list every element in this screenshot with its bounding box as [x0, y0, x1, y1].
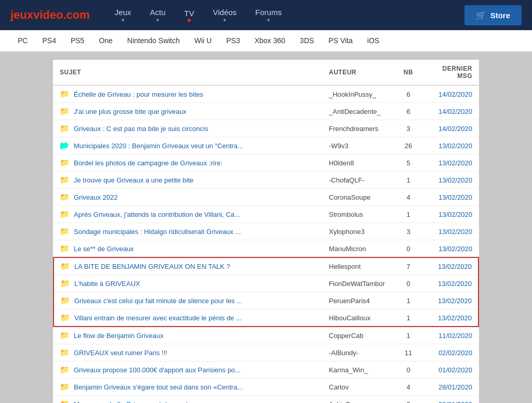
nav-item-tv[interactable]: TV: [175, 0, 204, 30]
subject-link[interactable]: J'ai une plus grosse bite que griveaux: [74, 108, 187, 115]
folder-yellow-icon: 📁: [60, 262, 70, 271]
nav-item-vidéos[interactable]: Vidéos▼: [204, 0, 246, 30]
date-cell: 11/02/2020: [421, 327, 478, 344]
folder-yellow-icon: 📁: [60, 244, 70, 253]
date-cell: 13/02/2020: [421, 275, 478, 292]
table-row: 📁Benjamin Griveaux s'égare tout seul dan…: [54, 379, 478, 396]
author-cell: -ChofaQLF-: [323, 172, 395, 189]
folder-yellow-icon: 📁: [60, 399, 70, 403]
platform-item-ios[interactable]: iOS: [360, 30, 387, 52]
subject-link[interactable]: L'habite à GRIVEAUX: [74, 280, 140, 288]
table-row: 📁Villani entrain de mesurer avec exactit…: [54, 309, 478, 327]
logo-text-accent: com: [66, 8, 90, 21]
date-cell: 13/02/2020: [421, 223, 478, 240]
forum-table-body: 📁Échelle de Griveau : pour mesurer les b…: [54, 85, 478, 403]
table-row: 📁GRIVEAUX veut ruiner Paris !!!-AlBundy-…: [54, 344, 478, 361]
subject-link[interactable]: Après Griveaux, j'attends la contributio…: [74, 211, 240, 218]
author-column-header: AUTEUR: [323, 60, 395, 85]
subject-column-header: SUJET: [54, 60, 323, 85]
platform-item-ps5[interactable]: PS5: [63, 30, 91, 52]
subject-cell: 📁Sondage municipales : Hidalgo ridiculis…: [54, 223, 323, 240]
platform-item-pc[interactable]: PC: [10, 30, 35, 52]
platform-item-ps-vita[interactable]: PS Vita: [321, 30, 360, 52]
subject-link[interactable]: Le se** de Griveaux: [74, 245, 134, 253]
platform-item-nintendo-switch[interactable]: Nintendo Switch: [120, 30, 187, 52]
nav-item-jeux[interactable]: Jeux▼: [105, 0, 141, 30]
author-cell: CoronaSoupe: [323, 189, 395, 206]
date-cell: 14/02/2020: [421, 85, 478, 103]
table-row: 📁Après Griveaux, j'attends la contributi…: [54, 206, 478, 223]
subject-link[interactable]: LA BITE DE BENJAMIN GRIVEAUX ON EN TALK …: [74, 263, 230, 270]
date-cell: 26/01/2020: [421, 396, 478, 404]
forum-table: SUJET AUTEUR NB DERNIER MSG 📁Échelle de …: [53, 60, 479, 403]
table-row: 📁Le flow de Benjamin GriveauxCopperCab11…: [54, 327, 478, 344]
platform-item-one[interactable]: One: [91, 30, 119, 52]
date-cell: 14/02/2020: [421, 103, 478, 120]
folder-yellow-icon: 📁: [60, 348, 70, 357]
subject-link[interactable]: Griveaux : C est pas ma bite je suis cir…: [74, 125, 208, 133]
folder-yellow-icon: 📁: [60, 89, 70, 99]
subject-link[interactable]: Le flow de Benjamin Griveaux: [74, 332, 164, 340]
folder-yellow-icon: 📁: [60, 192, 70, 202]
subject-link[interactable]: Municipales 2020 : Benjamin Griveaux veu…: [74, 142, 243, 150]
folder-red-icon: 📂: [60, 141, 70, 150]
subject-cell: 📁L'habite à GRIVEAUX: [54, 275, 323, 292]
subject-cell: 📁Griveaux 2022: [54, 189, 323, 206]
subject-cell: 📁Griveaux : C est pas ma bite je suis ci…: [54, 120, 323, 137]
nb-cell: 0: [395, 361, 421, 379]
subject-link[interactable]: Sondage municipales : Hidalgo ridiculise…: [74, 228, 241, 236]
platform-item-ps3[interactable]: PS3: [219, 30, 247, 52]
date-cell: 13/02/2020: [421, 206, 478, 223]
subject-cell: 📁Villani entrain de mesurer avec exactit…: [54, 309, 323, 327]
nav-item-actu[interactable]: Actu▼: [141, 0, 175, 30]
subject-link[interactable]: Griveaux 2022: [74, 193, 118, 201]
content-area: SUJET AUTEUR NB DERNIER MSG 📁Échelle de …: [0, 52, 532, 403]
subject-link[interactable]: Macron remballe Griveaux sèchement: [74, 400, 188, 404]
nb-cell: 7: [395, 257, 421, 275]
nb-cell: 1: [395, 206, 421, 223]
nav-arrow-icon: ▼: [121, 18, 125, 23]
date-cell: 13/02/2020: [421, 137, 478, 154]
table-row: 📁Griveaux : C est pas ma bite je suis ci…: [54, 120, 478, 137]
platform-item-ps4[interactable]: PS4: [35, 30, 63, 52]
site-logo[interactable]: jeuxvideo.com: [10, 8, 90, 22]
subject-link[interactable]: Benjamin Griveaux s'égare tout seul dans…: [74, 383, 243, 391]
platform-item-xbox-360[interactable]: Xbox 360: [247, 30, 292, 52]
subject-link[interactable]: Griveaux propose 100.000€ d'apport aux P…: [74, 366, 241, 374]
author-cell: Frenchdreamers: [323, 120, 395, 137]
nb-cell: 26: [395, 137, 421, 154]
platform-item-wii-u[interactable]: Wii U: [187, 30, 219, 52]
folder-yellow-icon: 📁: [60, 365, 70, 374]
subject-cell: 📁Bordel les photos de campagne de Grivea…: [54, 154, 323, 172]
nb-column-header: NB: [395, 60, 421, 85]
subject-cell: 📁Je trouve que Griveaux a une petite bit…: [54, 172, 323, 189]
nav-item-forums[interactable]: Forums▼: [246, 0, 291, 30]
date-cell: 01/02/2020: [421, 361, 478, 379]
nav-arrow-icon: ▼: [155, 18, 160, 23]
author-cell: PeruenParis4: [323, 292, 395, 309]
date-cell: 13/02/2020: [421, 309, 478, 327]
subject-link[interactable]: GRIVEAUX veut ruiner Paris !!!: [74, 349, 167, 357]
subject-link[interactable]: Je trouve que Griveaux a une petite bite: [74, 176, 194, 184]
folder-yellow-icon: 📁: [60, 313, 70, 322]
table-row: 📁Échelle de Griveau : pour mesurer les b…: [54, 85, 478, 103]
table-row: 📂Municipales 2020 : Benjamin Griveaux ve…: [54, 137, 478, 154]
subject-link[interactable]: Villani entrain de mesurer avec exactitu…: [74, 314, 242, 322]
table-row: 📁Griveaux c'est celui qui fait minute de…: [54, 292, 478, 309]
subject-link[interactable]: Bordel les photos de campagne de Griveau…: [74, 159, 222, 167]
date-cell: 14/02/2020: [421, 120, 478, 137]
table-row: 📁L'habite à GRIVEAUXFionDeWatTambor013/0…: [54, 275, 478, 292]
nav-arrow-icon: ▼: [266, 18, 271, 23]
subject-link[interactable]: Échelle de Griveau : pour mesurer les bi…: [74, 90, 203, 98]
nb-cell: 6: [395, 85, 421, 103]
subject-link[interactable]: Griveaux c'est celui qui fait minute de …: [74, 297, 242, 305]
nb-cell: 0: [395, 396, 421, 404]
platform-item-3ds[interactable]: 3DS: [292, 30, 321, 52]
subject-cell: 📁Le se** de Griveaux: [54, 240, 323, 258]
author-cell: -W9v3: [323, 137, 395, 154]
folder-yellow-icon: 📁: [60, 107, 70, 116]
store-button[interactable]: 🛒 Store: [464, 5, 522, 25]
author-cell: Hellespont: [323, 257, 395, 275]
table-row: 📁J'ai une plus grosse bite que griveaux_…: [54, 103, 478, 120]
subject-cell: 📁J'ai une plus grosse bite que griveaux: [54, 103, 323, 120]
